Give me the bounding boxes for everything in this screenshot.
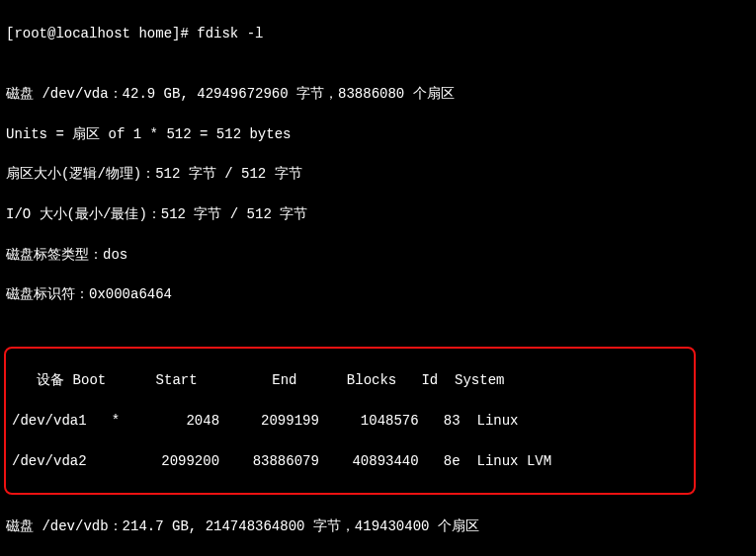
partition-table-highlight: 设备 Boot Start End Blocks Id System /dev/…: [4, 347, 696, 495]
shell-prompt: [root@localhost home]# fdisk -l: [6, 24, 750, 43]
disk-vda-sector: 扇区大小(逻辑/物理)：512 字节 / 512 字节: [6, 164, 750, 184]
disk-vdb-header: 磁盘 /dev/vdb：214.7 GB, 214748364800 字节，41…: [6, 516, 750, 536]
partition-row-vda2: /dev/vda2 2099200 83886079 40893440 8e L…: [12, 451, 688, 471]
disk-vda-units: Units = 扇区 of 1 * 512 = 512 bytes: [6, 124, 750, 144]
disk-vda-header: 磁盘 /dev/vda：42.9 GB, 42949672960 字节，8388…: [6, 84, 750, 104]
terminal-output: [root@localhost home]# fdisk -l 磁盘 /dev/…: [6, 4, 750, 556]
disk-vda-io: I/O 大小(最小/最佳)：512 字节 / 512 字节: [6, 204, 750, 224]
disk-vda-identifier: 磁盘标识符：0x000a6464: [6, 284, 750, 304]
partition-row-vda1: /dev/vda1 * 2048 2099199 1048576 83 Linu…: [12, 411, 688, 431]
disk-vda-labeltype: 磁盘标签类型：dos: [6, 245, 750, 265]
partition-table-header: 设备 Boot Start End Blocks Id System: [12, 370, 688, 390]
